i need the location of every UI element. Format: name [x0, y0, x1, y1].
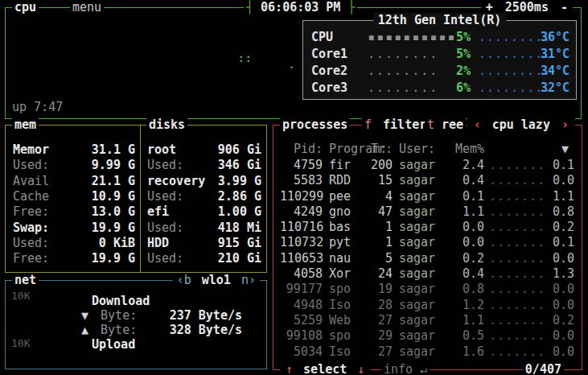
select-label: select: [303, 362, 347, 375]
interval-decrease-button[interactable]: -: [561, 0, 568, 14]
net-scale-label: 10K: [11, 290, 30, 302]
process-row[interactable]: 99108 spo 29 sagar 0.5 ....... 0.0: [273, 328, 580, 344]
process-name: gno: [329, 204, 361, 220]
process-cpu: 0.2: [539, 220, 574, 235]
tree-key-hint: t: [427, 117, 434, 132]
process-cpu-graph: .......: [489, 158, 539, 173]
cpu-box-title[interactable]: cpu: [12, 0, 39, 15]
disk-value: 210 Gi: [218, 251, 261, 266]
iface-prev-button[interactable]: ‹b: [177, 273, 191, 287]
disk-label: efi: [147, 204, 169, 219]
process-name: spo: [329, 328, 361, 344]
net-box-title[interactable]: net: [12, 273, 39, 288]
process-row[interactable]: 5583 RDD 15 sagar 0.4 ....... 0.0: [273, 173, 580, 188]
sort-prev-button[interactable]: ‹: [474, 117, 481, 132]
process-cpu: 0.0: [539, 344, 574, 360]
processes-box: processes f filter t ree ‹ cpu lazy › Pi…: [273, 125, 582, 370]
process-row[interactable]: 99177 spo 19 sagar 0.8 ....... 0.0: [273, 282, 580, 297]
process-cpu: 0.2: [539, 313, 574, 328]
header-threads: Tr:: [371, 142, 393, 156]
process-row[interactable]: 4058 Xor 24 sagar 0.4 ....... 1.3: [273, 266, 580, 282]
process-row[interactable]: 110716 bas 1 sagar 0.0 ....... 0.2: [273, 220, 580, 235]
process-threads: 47: [361, 204, 393, 220]
disk-label: Used:: [147, 220, 183, 235]
iface-next-button[interactable]: n›: [241, 273, 256, 287]
core-usage-meter: ........: [368, 80, 438, 95]
process-threads: 15: [361, 173, 393, 188]
process-user: sagar: [399, 235, 438, 250]
disk-label: recovery: [147, 174, 205, 188]
tree-button[interactable]: t ree: [425, 117, 466, 133]
process-user: sagar: [399, 158, 438, 173]
process-count: 0/407: [523, 362, 564, 375]
disk-label: Used:: [147, 251, 183, 266]
process-row[interactable]: 110653 nau 5 sagar 0.2 ....... 0.0: [273, 251, 580, 266]
process-mem: 0.0: [438, 220, 484, 235]
process-name: Iso: [329, 298, 361, 313]
disk-value: 915 Gi: [218, 236, 261, 250]
process-name: bas: [329, 220, 361, 235]
process-pid: 99108: [280, 328, 323, 344]
select-control[interactable]: ↑ select ↓: [280, 362, 370, 375]
process-name: spo: [329, 282, 361, 297]
sort-arrow-icon[interactable]: ▼: [561, 142, 569, 156]
cpu-core-row: Core2 ........ 2% ......... 34°C: [303, 64, 576, 80]
process-row[interactable]: 4948 Iso 28 sagar 1.2 ....... 0.0: [273, 298, 580, 313]
process-row[interactable]: 5259 Web 27 sagar 1.1 ....... 0.2: [273, 313, 580, 328]
upload-rate-label: Byte:: [101, 323, 137, 337]
sort-next-button[interactable]: ›: [561, 117, 569, 132]
core-label: Core2: [311, 64, 347, 78]
process-pid: 4948: [280, 298, 323, 313]
process-user: sagar: [399, 173, 438, 188]
tree-label: ree: [442, 117, 463, 132]
mem-row: Used: 9.99 G: [13, 158, 135, 172]
process-mem: 0.1: [438, 189, 484, 204]
mem-box-title[interactable]: mem: [12, 117, 39, 133]
process-cpu: 1.3: [539, 266, 574, 282]
process-cpu: 0.1: [539, 158, 574, 173]
clock: ┤ 06:06:03 PM ├: [244, 0, 357, 15]
download-rate-value: 237 Byte/s: [170, 308, 242, 323]
process-threads: 27: [361, 344, 393, 360]
disk-row: Used: 346 Gi: [147, 158, 261, 172]
process-threads: 1: [361, 235, 393, 250]
process-user: sagar: [399, 266, 438, 282]
process-row[interactable]: 4759 fir 200 sagar 2.4 ....... 0.1: [273, 158, 580, 173]
process-row[interactable]: 110732 pyt 1 sagar 0.0 ....... 0.1: [273, 235, 580, 250]
disks-box-title[interactable]: disks: [146, 117, 187, 133]
up-arrow-icon: ▲: [81, 323, 88, 337]
mem-row: Free: 19.9 G: [13, 251, 135, 266]
process-threads: 1: [361, 220, 393, 235]
process-mem: 1.6: [438, 344, 484, 360]
menu-button[interactable]: menu: [70, 0, 104, 15]
processes-box-title[interactable]: processes: [280, 117, 350, 133]
process-name: pee: [329, 189, 361, 204]
mem-value: 19.9 G: [92, 220, 135, 235]
process-cpu-graph: .......: [489, 298, 539, 313]
process-pid: 5583: [280, 173, 323, 188]
process-user: sagar: [399, 189, 438, 204]
process-row[interactable]: 4249 gno 47 sagar 1.1 ....... 0.8: [273, 204, 580, 220]
process-row[interactable]: 5034 Iso 27 sagar 1.6 ....... 0.0: [273, 344, 580, 360]
clock-time: 06:06:03 PM: [261, 0, 340, 14]
process-cpu-graph: .......: [489, 173, 539, 188]
net-box: net ‹b wlo1 n› 10K 10K Download Upload ▼…: [5, 280, 267, 369]
process-user: sagar: [399, 344, 438, 360]
process-name: nau: [329, 251, 361, 266]
process-pid: 5259: [280, 313, 323, 328]
process-pid: 110299: [280, 189, 323, 204]
process-name: Xor: [329, 266, 361, 282]
mem-label: Used:: [13, 158, 49, 172]
cpu-box: cpu menu ┤ 06:06:03 PM ├ + 2500ms - ∶∶ ·…: [5, 7, 582, 119]
select-down-arrow-icon[interactable]: ↓: [357, 362, 364, 375]
disk-value: 346 Gi: [218, 158, 261, 172]
process-cpu-graph: .......: [489, 220, 539, 235]
disk-row: efi 1.00 G: [147, 204, 261, 219]
download-rate-row: ▼ Byte:: [81, 308, 137, 323]
filter-button[interactable]: f filter: [362, 117, 429, 133]
select-up-arrow-icon[interactable]: ↑: [286, 362, 293, 375]
process-pid: 110653: [280, 251, 323, 266]
info-button[interactable]: info ↵: [381, 362, 430, 375]
process-row[interactable]: 110299 pee 4 sagar 0.1 ....... 1.1: [273, 189, 580, 204]
filter-label: filter: [383, 117, 426, 132]
